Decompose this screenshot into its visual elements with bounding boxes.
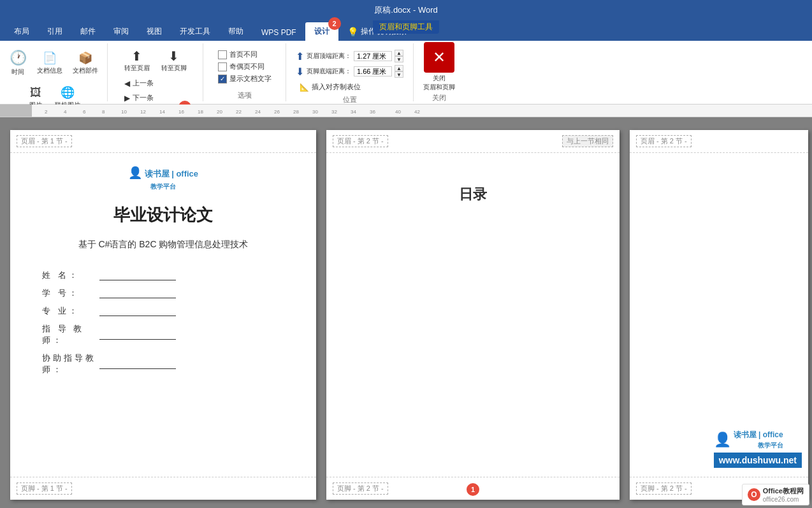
header-spin-up[interactable]: ▲ (395, 50, 403, 56)
footer-distance-spinner[interactable]: ▲ ▼ (395, 65, 403, 78)
brand-url: www.dushuwu.net (714, 453, 802, 468)
time-icon: 🕐 (10, 50, 27, 66)
btn-goto-footer[interactable]: ⬇ 转至页脚 (157, 46, 191, 75)
tab-layout[interactable]: 布局 (5, 22, 38, 41)
footer-spin-up[interactable]: ▲ (395, 65, 403, 71)
svg-text:10: 10 (121, 109, 127, 115)
online-image-icon: 🌐 (61, 85, 75, 99)
page1-footer[interactable]: 页脚 - 第 1 节 - (10, 477, 316, 500)
btn-docinfo[interactable]: 📄 文档信息 (33, 47, 66, 79)
tab-view[interactable]: 视图 (138, 22, 171, 41)
page1-form: 姓 名： 学 号： 专 业： 指 导 教 师： (42, 270, 297, 375)
tab-mail[interactable]: 邮件 (71, 22, 105, 41)
ribbon-group-close: ✕ 关闭 页眉和页脚 关闭 (414, 43, 465, 101)
form-row-id: 学 号： (42, 287, 297, 299)
svg-text:8: 8 (102, 109, 105, 115)
header-spin-down[interactable]: ▼ (395, 56, 403, 62)
tab-develop[interactable]: 开发工具 (171, 22, 219, 41)
footer-bottom-distance-row: ⬇ 页脚底端距离： ▲ ▼ (296, 65, 403, 78)
btn-docpart[interactable]: 📦 文档部件 (69, 47, 102, 79)
tab-design[interactable]: 设计 2 (305, 22, 338, 41)
options-group-label: 选项 (238, 91, 252, 100)
form-row-major: 专 业： (42, 305, 297, 317)
pages-wrapper: 页眉 - 第 1 节 - 👤 读书屋 | office 教学平台 毕业设计论文 … (0, 117, 812, 508)
btn-goto-header[interactable]: ⬆ 转至页眉 (120, 46, 154, 75)
footer-distance-icon: ⬇ (296, 66, 304, 78)
brand-logo-icon: 👤 (714, 432, 731, 448)
svg-text:14: 14 (159, 109, 165, 115)
svg-text:18: 18 (198, 109, 203, 115)
document-area: 页眉 - 第 1 节 - 👤 读书屋 | office 教学平台 毕业设计论文 … (0, 117, 812, 508)
page-num-area: 1 (467, 483, 479, 496)
page3-header-label: 页眉 - 第 2 节 - (636, 135, 692, 147)
wm-icon: O (748, 488, 760, 501)
ruler: 2 4 6 8 10 12 14 16 18 20 22 24 26 28 30… (0, 105, 812, 117)
form-line-name[interactable] (99, 270, 176, 280)
show-doc-text-box[interactable]: ✓ (218, 75, 227, 83)
page3-body (630, 153, 808, 166)
page2-footer-label: 页脚 - 第 2 节 - (333, 483, 388, 495)
image-icon: 🖼 (30, 86, 41, 99)
form-line-id[interactable] (99, 288, 176, 298)
footer-spin-down[interactable]: ▼ (395, 71, 403, 78)
btn-close-header-footer[interactable]: ✕ (424, 42, 454, 73)
header-top-distance-row: ⬆ 页眉顶端距离： ▲ ▼ (296, 50, 403, 62)
title-text: 原稿.docx - Word (374, 4, 437, 16)
tab-help[interactable]: 帮助 (219, 22, 252, 41)
btn-insert-tab[interactable]: 📐 插入对齐制表位 (296, 80, 365, 94)
page-2: 页眉 - 第 2 节 - 与上一节相同 日录 页脚 - 第 2 节 - 1 (326, 130, 620, 500)
form-row-advisor: 指 导 教 师： (42, 323, 297, 346)
page2-header-label: 页眉 - 第 2 节 - (333, 135, 388, 147)
badge-design: 2 (328, 17, 341, 30)
page3-footer-label: 页脚 - 第 2 节 - (636, 483, 692, 495)
checkbox-show-doc-text[interactable]: ✓ 显示文档文字 (218, 74, 272, 83)
header-distance-spinner[interactable]: ▲ ▼ (395, 50, 403, 62)
docinfo-icon: 📄 (43, 51, 57, 65)
checkbox-odd-even-diff[interactable]: 奇偶页不同 (218, 62, 265, 71)
svg-text:2: 2 (45, 109, 48, 115)
header-distance-input[interactable] (354, 51, 392, 61)
insert-tab-icon: 📐 (300, 83, 309, 92)
badge-page-num: 1 (467, 483, 479, 496)
page2-header[interactable]: 页眉 - 第 2 节 - 与上一节相同 (326, 130, 620, 153)
form-line-major[interactable] (99, 306, 176, 316)
svg-text:22: 22 (236, 109, 242, 115)
ruler-svg: 2 4 6 8 10 12 14 16 18 20 22 24 26 28 30… (32, 105, 812, 117)
page-1: 页眉 - 第 1 节 - 👤 读书屋 | office 教学平台 毕业设计论文 … (10, 130, 316, 500)
checkbox-first-page-diff[interactable]: 首页不同 (218, 50, 257, 59)
svg-text:6: 6 (83, 109, 86, 115)
tab-wps-pdf[interactable]: WPS PDF (252, 24, 305, 41)
form-line-co-advisor[interactable] (99, 359, 176, 369)
form-line-advisor[interactable] (99, 330, 176, 340)
svg-text:26: 26 (274, 109, 280, 115)
ribbon-header-label: 页眉和页脚工具 (373, 20, 439, 34)
docpart-icon: 📦 (78, 51, 92, 65)
btn-time[interactable]: 🕐 时间 (5, 47, 31, 79)
svg-text:12: 12 (140, 109, 146, 115)
svg-text:40: 40 (395, 109, 401, 115)
ribbon-group-position: ⬆ 页眉顶端距离： ▲ ▼ ⬇ 页脚底端距离： ▲ ▼ 📐 插入对齐制表位 (286, 43, 414, 101)
page1-logo: 👤 读书屋 | office 教学平台 (29, 166, 297, 191)
tab-reference[interactable]: 引用 (38, 22, 71, 41)
ribbon-group-insert: 🕐 时间 📄 文档信息 📦 文档部件 🖼 图片 (0, 43, 108, 101)
page-3: 页眉 - 第 2 节 - 👤 读书屋 | office教学平台 www.dush… (630, 130, 808, 500)
ribbon-group-options: 首页不同 奇偶页不同 ✓ 显示文档文字 选项 (203, 43, 286, 101)
svg-text:28: 28 (293, 109, 299, 115)
page3-header[interactable]: 页眉 - 第 2 节 - (630, 130, 808, 153)
goto-footer-icon: ⬇ (168, 48, 179, 64)
btn-next[interactable]: ▶ 下一条 (120, 91, 157, 105)
title-bar: 原稿.docx - Word (0, 0, 812, 20)
form-row-co-advisor: 协助指导教师： (42, 352, 297, 375)
first-page-diff-box[interactable] (218, 50, 227, 59)
wm-text: Office教程网 office26.com (763, 486, 804, 503)
odd-even-diff-box[interactable] (218, 62, 227, 71)
position-group-label: 位置 (343, 95, 357, 105)
tab-review[interactable]: 审阅 (105, 22, 138, 41)
close-btn-label: 关闭 页眉和页脚 (423, 74, 455, 92)
svg-text:20: 20 (217, 109, 222, 115)
footer-distance-input[interactable] (354, 66, 392, 76)
page1-header[interactable]: 页眉 - 第 1 节 - (10, 130, 316, 153)
next-icon: ▶ (124, 94, 130, 103)
btn-prev[interactable]: ◀ 上一条 (120, 76, 157, 90)
page1-main-title[interactable]: 毕业设计论文 (29, 204, 297, 226)
